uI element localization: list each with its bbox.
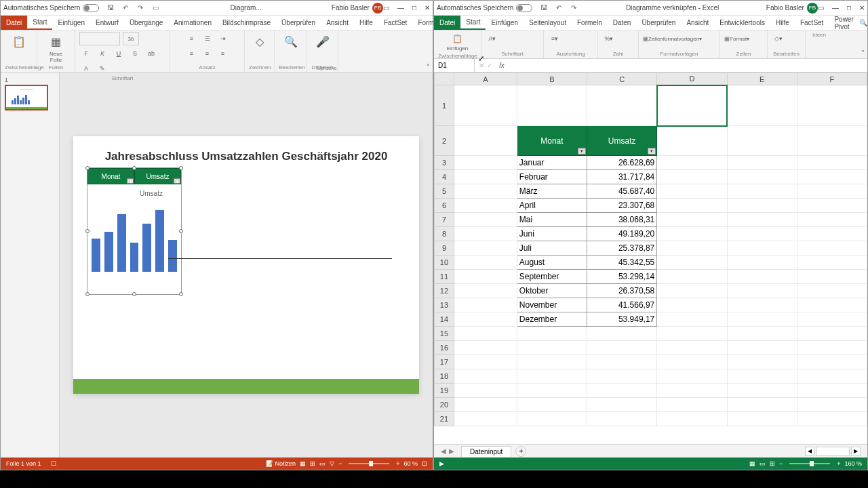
tab-start[interactable]: Start [27,16,52,30]
cell-E1[interactable] [727,85,797,126]
cell-E11[interactable] [727,270,797,284]
save-icon[interactable]: 🖫 [106,3,115,13]
cell-B7[interactable]: Mai [517,213,587,227]
cell-C11[interactable]: 53.298,14 [587,270,657,284]
cell-B9[interactable]: Juli [517,241,587,256]
tab-daten[interactable]: Daten [608,16,637,30]
cell-C20[interactable] [587,398,657,412]
cell-A8[interactable] [454,227,517,241]
cell-C2[interactable]: Umsatz▾ [587,126,657,156]
fx-icon[interactable]: fx [496,62,507,69]
save-icon[interactable]: 🖫 [539,3,549,13]
filter-dropdown-icon[interactable]: ▾ [174,178,180,184]
cell-A7[interactable] [454,213,517,227]
chart-object[interactable]: Monat▾ Umsatz▾ Umsatz [87,167,182,295]
excel-grid[interactable]: ABCDEF12Monat▾Umsatz▾3Januar26.628,694Fe… [434,73,867,444]
cell-C17[interactable] [587,355,657,369]
cell-E6[interactable] [727,199,797,213]
slide-title[interactable]: Jahresabschluss Umsatzzahlen Geschäftsja… [87,150,406,163]
underline-button[interactable]: U [112,47,125,60]
row-header-9[interactable]: 9 [435,241,454,256]
col-header-A[interactable]: A [454,73,517,85]
cell-B12[interactable]: Oktober [517,284,587,298]
cell-B19[interactable] [517,384,587,398]
cell-F4[interactable] [797,170,867,184]
cell-F20[interactable] [797,398,867,412]
tab-start[interactable]: Start [460,16,486,30]
cell-E21[interactable] [727,412,797,426]
align-right-button[interactable]: ≡ [216,47,230,60]
row-header-13[interactable]: 13 [435,298,454,312]
ribbon-mode-icon[interactable]: ▭ [383,4,389,12]
cell-F15[interactable] [797,327,867,341]
cell-A14[interactable] [454,312,517,327]
indent-button[interactable]: ⇥ [216,32,230,45]
cell-F16[interactable] [797,341,867,355]
row-header-8[interactable]: 8 [435,227,454,241]
maximize-icon[interactable]: □ [847,4,851,12]
paste-button[interactable]: 📋Einfügen [438,32,477,53]
cell-D10[interactable] [657,256,727,270]
cell-C21[interactable] [587,412,657,426]
cell-B21[interactable] [517,412,587,426]
collapse-ribbon-icon[interactable]: ˅ [861,49,865,57]
cell-F7[interactable] [797,213,867,227]
cell-E9[interactable] [727,241,797,256]
sheet-tab-dateninput[interactable]: Dateninput [461,446,511,457]
bearbeiten-button[interactable]: 🔍 [279,32,302,51]
fontsize-combo[interactable]: 36 [123,32,139,45]
cell-F6[interactable] [797,199,867,213]
cell-C12[interactable]: 26.370,58 [587,284,657,298]
cell-B16[interactable] [517,341,587,355]
format-button[interactable]: ▦ Format▾ [724,32,749,45]
cell-C1[interactable] [587,85,657,126]
cell-B14[interactable]: Dezember [517,312,587,327]
search-icon[interactable]: 🔍 [859,19,867,26]
row-header-7[interactable]: 7 [435,213,454,227]
reading-view-icon[interactable]: ▭ [319,460,326,467]
cell-A5[interactable] [454,184,517,199]
cell-F9[interactable] [797,241,867,256]
cell-E5[interactable] [727,184,797,199]
record-macro-icon[interactable]: ▶ [439,460,444,467]
fontcolor-button[interactable]: A▾ [486,32,499,45]
cell-E8[interactable] [727,227,797,241]
cell-F13[interactable] [797,298,867,312]
row-header-2[interactable]: 2 [435,126,454,156]
cell-D3[interactable] [657,156,727,170]
cell-F18[interactable] [797,369,867,384]
tab-seitenlayout[interactable]: Seitenlayout [524,16,572,30]
tab-factset[interactable]: FactSet [795,16,829,30]
cell-B3[interactable]: Januar [517,156,587,170]
row-header-1[interactable]: 1 [435,85,454,126]
cell-D7[interactable] [657,213,727,227]
numbering-button[interactable]: ☰ [201,32,214,45]
row-header-17[interactable]: 17 [435,355,454,369]
cell-F17[interactable] [797,355,867,369]
cell-B5[interactable]: März [517,184,587,199]
cell-D20[interactable] [657,398,727,412]
cell-A1[interactable] [454,85,517,126]
cell-F21[interactable] [797,412,867,426]
cell-D21[interactable] [657,412,727,426]
redo-icon[interactable]: ↷ [569,3,578,13]
sheet-nav-next-icon[interactable]: ▶ [449,447,454,455]
row-header-18[interactable]: 18 [435,369,454,384]
tab-datei[interactable]: Datei [1,16,27,30]
cell-E14[interactable] [727,312,797,327]
zoom-slider[interactable] [349,463,389,464]
row-header-5[interactable]: 5 [435,184,454,199]
hscroll-track[interactable] [816,447,850,456]
row-header-6[interactable]: 6 [435,199,454,213]
shadow-button[interactable]: ab [144,47,158,60]
cell-C8[interactable]: 49.189,20 [587,227,657,241]
cell-B8[interactable]: Juni [517,227,587,241]
notes-button[interactable]: 📝 Notizen [266,460,296,467]
cell-E15[interactable] [727,327,797,341]
page-break-icon[interactable]: ⊞ [770,460,775,467]
cell-C19[interactable] [587,384,657,398]
cell-D2[interactable] [657,126,727,156]
row-header-10[interactable]: 10 [435,256,454,270]
name-box[interactable]: D1 [434,59,475,72]
italic-button[interactable]: K [96,47,109,60]
